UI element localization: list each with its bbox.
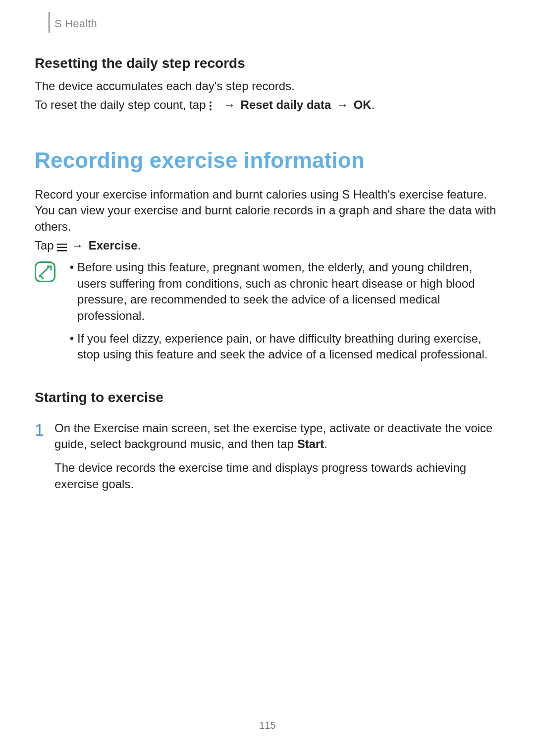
step-text-post: . — [324, 437, 327, 451]
page-number: 115 — [0, 720, 535, 731]
period: . — [372, 98, 375, 111]
step-number: 1 — [35, 420, 54, 501]
header-section-label: S Health — [54, 17, 97, 30]
reset-instruction-prefix: To reset the daily step count, tap — [35, 98, 209, 111]
tap-prefix: Tap — [35, 239, 57, 252]
svg-point-1 — [210, 105, 212, 107]
exercise-label: Exercise — [89, 239, 138, 252]
heading-reset: Resetting the daily step records — [35, 55, 500, 71]
note-bullet: • If you feel dizzy, experience pain, or… — [66, 331, 500, 363]
note-bullet: • Before using this feature, pregnant wo… — [66, 259, 500, 324]
menu-icon — [57, 244, 66, 252]
note-icon — [35, 261, 55, 282]
bullet-dot-icon: • — [66, 331, 77, 363]
period: . — [137, 239, 141, 252]
step-text-pre: On the Exercise main screen, set the exe… — [54, 421, 492, 451]
header-divider — [49, 12, 50, 33]
svg-point-2 — [210, 108, 212, 110]
arrow-icon: → — [71, 238, 83, 253]
arrow-icon: → — [336, 97, 348, 113]
numbered-list: 1 On the Exercise main screen, set the e… — [35, 420, 500, 501]
svg-rect-5 — [57, 250, 67, 252]
svg-point-0 — [210, 101, 212, 103]
bullet-dot-icon: • — [66, 259, 77, 324]
start-label: Start — [297, 437, 324, 451]
reset-instruction: To reset the daily step count, tap → Res… — [35, 97, 500, 113]
step-body: On the Exercise main screen, set the exe… — [54, 420, 500, 501]
svg-rect-4 — [57, 247, 67, 248]
reset-paragraph: The device accumulates each day's step r… — [35, 78, 500, 94]
note-box: • Before using this feature, pregnant wo… — [35, 259, 500, 369]
note-bullet-text: If you feel dizzy, experience pain, or h… — [77, 331, 500, 363]
step-paragraph: On the Exercise main screen, set the exe… — [54, 420, 500, 453]
heading-starting: Starting to exercise — [35, 390, 500, 405]
svg-rect-3 — [57, 244, 67, 245]
page: S Health Resetting the daily step record… — [0, 0, 535, 756]
arrow-icon: → — [223, 97, 235, 113]
content: Resetting the daily step records The dev… — [35, 55, 500, 500]
reset-daily-data-label: Reset daily data — [241, 98, 331, 111]
note-body: • Before using this feature, pregnant wo… — [66, 259, 500, 369]
recording-paragraph: Record your exercise information and bur… — [35, 187, 500, 235]
list-item: 1 On the Exercise main screen, set the e… — [35, 420, 500, 501]
heading-recording: Recording exercise information — [35, 148, 500, 173]
more-options-icon — [209, 101, 218, 111]
note-bullet-text: Before using this feature, pregnant wome… — [77, 259, 500, 324]
recording-tap-instruction: Tap → Exercise. — [35, 238, 500, 253]
step-paragraph: The device records the exercise time and… — [54, 460, 500, 492]
ok-label: OK — [354, 98, 372, 111]
